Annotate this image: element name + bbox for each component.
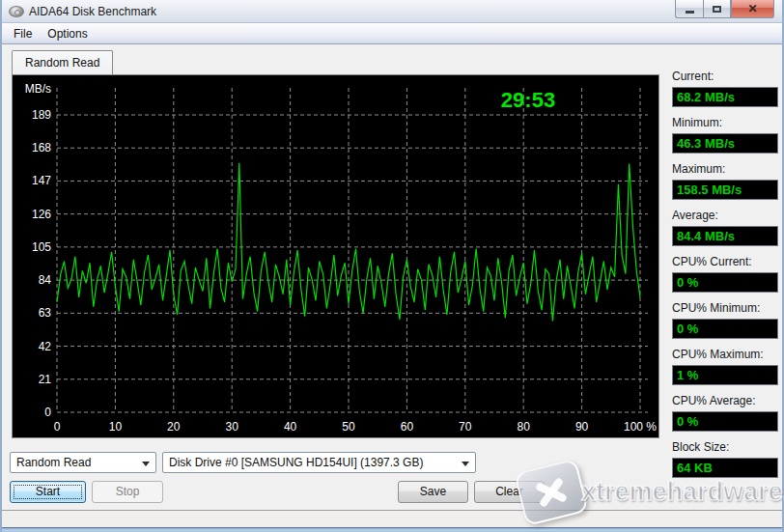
chart-panel: MB/s021426384105126147168189010203040506…	[12, 74, 659, 438]
stat-group: Current: 68.2 MB/s	[672, 70, 778, 107]
disk-drive-select[interactable]: Disk Drive #0 [SAMSUNG HD154UI] (1397.3 …	[162, 452, 476, 473]
stat-group: CPU% Minimum: 0 %	[672, 301, 778, 339]
window-frame-bottom	[2, 527, 782, 532]
minimize-icon	[686, 11, 694, 14]
clear-button[interactable]: Clear	[474, 481, 545, 503]
svg-text:10: 10	[109, 420, 123, 434]
svg-text:40: 40	[284, 420, 297, 434]
svg-text:30: 30	[226, 420, 239, 434]
benchmark-type-select[interactable]: Random Read	[10, 452, 156, 473]
stat-value: 68.2 MB/s	[672, 87, 778, 107]
stat-group: CPU% Current: 0 %	[672, 255, 778, 293]
svg-text:60: 60	[401, 420, 414, 434]
stat-label: CPU% Minimum:	[672, 301, 778, 317]
stat-value: 46.3 MB/s	[672, 133, 778, 154]
chevron-down-icon	[462, 462, 469, 466]
svg-text:21: 21	[39, 373, 52, 386]
stat-label: CPU% Current:	[672, 255, 778, 270]
stat-group: Maximum: 158.5 MB/s	[672, 162, 778, 200]
stop-button-label: Stop	[116, 485, 140, 498]
benchmark-chart: MB/s021426384105126147168189010203040506…	[13, 75, 658, 437]
svg-text:63: 63	[39, 306, 52, 320]
menu-bar: File Options	[2, 23, 782, 44]
svg-text:100 %: 100 %	[624, 420, 657, 434]
stat-group: Minimum: 46.3 MB/s	[672, 116, 778, 154]
stat-value: 0 %	[672, 411, 778, 432]
start-button[interactable]: Start	[10, 481, 86, 503]
stat-group: CPU% Maximum: 1 %	[672, 348, 778, 385]
stat-value: 1 %	[672, 365, 778, 385]
stop-button[interactable]: Stop	[92, 481, 163, 503]
stat-group: Block Size: 64 KB	[672, 440, 778, 478]
svg-text:189: 189	[32, 108, 51, 122]
chevron-down-icon	[142, 462, 150, 466]
svg-text:80: 80	[518, 420, 531, 434]
window-controls: ✕	[675, 0, 774, 18]
tab-random-read[interactable]: Random Read	[12, 50, 113, 74]
stat-label: Maximum:	[672, 162, 778, 178]
svg-text:147: 147	[32, 174, 51, 187]
stat-label: CPU% Average:	[672, 394, 778, 409]
maximize-icon	[713, 6, 721, 13]
stat-label: Minimum:	[672, 116, 778, 131]
stat-value: 0 %	[672, 319, 778, 339]
svg-text:126: 126	[32, 208, 51, 221]
stats-panel: Current: 68.2 MB/s Minimum: 46.3 MB/s Ma…	[672, 70, 778, 487]
stat-label: Block Size:	[672, 440, 778, 456]
menu-file[interactable]: File	[6, 24, 40, 43]
window-title: AIDA64 Disk Benchmark	[29, 5, 156, 18]
stat-label: Current:	[672, 70, 778, 85]
tab-label: Random Read	[25, 56, 99, 70]
benchmark-type-value: Random Read	[16, 456, 91, 469]
stat-value: 0 %	[672, 272, 778, 293]
disk-drive-value: Disk Drive #0 [SAMSUNG HD154UI] (1397.3 …	[169, 456, 423, 469]
stat-value: 64 KB	[672, 458, 778, 478]
svg-text:90: 90	[575, 420, 589, 434]
svg-text:0: 0	[44, 406, 51, 419]
svg-text:42: 42	[39, 340, 52, 353]
svg-text:50: 50	[342, 420, 355, 434]
stat-label: CPU% Maximum:	[672, 348, 778, 363]
menu-options[interactable]: Options	[40, 24, 95, 43]
svg-text:168: 168	[32, 141, 51, 154]
close-button[interactable]: ✕	[731, 0, 774, 18]
minimize-button[interactable]	[675, 0, 703, 18]
focus-rect	[14, 485, 82, 499]
stat-label: Average:	[672, 209, 778, 224]
save-button-label: Save	[420, 485, 446, 498]
save-button[interactable]: Save	[398, 481, 468, 503]
clear-button-label: Clear	[495, 485, 523, 498]
close-icon: ✕	[747, 3, 757, 14]
svg-text:0: 0	[54, 420, 61, 434]
maximize-button[interactable]	[703, 0, 731, 18]
stat-group: Average: 84.4 MB/s	[672, 209, 778, 246]
svg-text:105: 105	[32, 240, 51, 254]
stat-value: 158.5 MB/s	[672, 180, 778, 200]
svg-text:29:53: 29:53	[501, 88, 555, 112]
svg-text:84: 84	[39, 273, 52, 287]
svg-text:MB/s: MB/s	[25, 82, 51, 96]
stat-group: CPU% Average: 0 %	[672, 394, 778, 432]
title-bar[interactable]: AIDA64 Disk Benchmark ✕	[2, 0, 782, 23]
svg-text:20: 20	[167, 420, 181, 434]
app-window: AIDA64 Disk Benchmark ✕ File Options Ran…	[0, 0, 784, 532]
status-bar	[2, 510, 782, 527]
svg-text:70: 70	[459, 420, 472, 434]
disk-drive-icon	[9, 6, 24, 17]
stat-value: 84.4 MB/s	[672, 226, 778, 246]
